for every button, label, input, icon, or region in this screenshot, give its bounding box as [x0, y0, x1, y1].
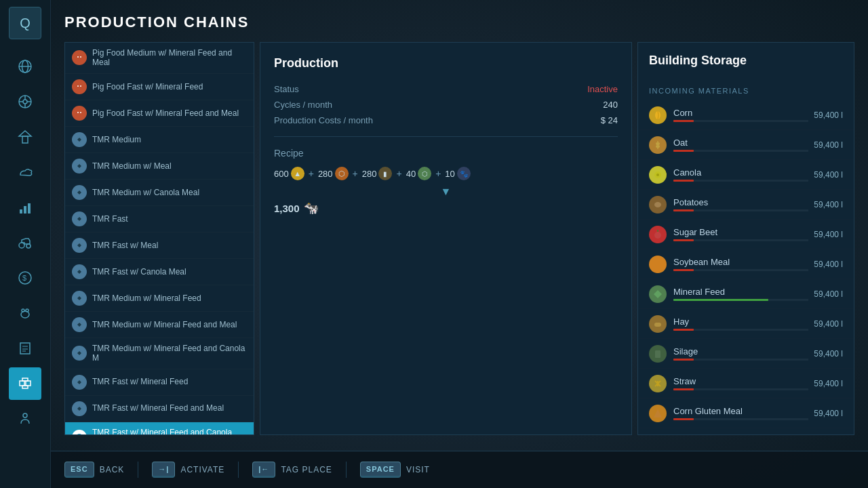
- chain-item-8[interactable]: TMR Fast w/ Meal: [65, 232, 254, 259]
- chain-item-12[interactable]: TMR Medium w/ Mineral Feed and Canola M: [65, 338, 254, 369]
- key-separator-1: [138, 462, 138, 478]
- storage-value-8: 59,400 l: [814, 319, 843, 329]
- storage-bar-6: [673, 269, 694, 271]
- output-icon: 🐄: [304, 201, 319, 216]
- storage-item-6: Soybean Meal59,400 l: [638, 249, 854, 279]
- storage-bar-container-3: [673, 180, 808, 182]
- sidebar-stats[interactable]: [9, 191, 41, 224]
- storage-bar-container-5: [673, 239, 808, 241]
- svg-marker-61: [654, 290, 662, 298]
- cycles-row: Cycles / month 240: [274, 100, 618, 110]
- sidebar-weather[interactable]: [9, 156, 41, 188]
- svg-rect-26: [26, 381, 31, 386]
- storage-bar-container-2: [673, 150, 808, 152]
- divider: [274, 136, 618, 137]
- storage-item-10: Straw59,400 l: [638, 369, 854, 399]
- cycles-value: 240: [603, 100, 618, 110]
- svg-point-33: [76, 83, 83, 90]
- chain-label-12: TMR Medium w/ Mineral Feed and Canola M: [92, 344, 247, 363]
- storage-name-1: Corn: [673, 108, 808, 118]
- storage-bar-container-8: [673, 329, 808, 331]
- incoming-label: INCOMING MATERIALS: [638, 87, 854, 95]
- sidebar-steering[interactable]: [9, 85, 41, 118]
- sidebar-globe[interactable]: [9, 50, 41, 83]
- chain-label-6: TMR Medium w/ Canola Meal: [92, 188, 199, 197]
- storage-icon-4: [649, 196, 667, 214]
- recipe-item-3: 280 ▮: [362, 167, 393, 180]
- storage-icon-12: [649, 434, 667, 435]
- svg-point-14: [19, 243, 24, 248]
- chain-item-13[interactable]: TMR Fast w/ Mineral Feed: [65, 369, 254, 396]
- storage-bar-9: [673, 359, 694, 361]
- chain-label-1: Pig Food Medium w/ Mineral Feed and Meal: [92, 48, 247, 68]
- sidebar-production[interactable]: [9, 367, 41, 400]
- storage-icon-7: [649, 285, 667, 303]
- storage-name-5: Sugar Beet: [673, 227, 808, 237]
- chain-item-7[interactable]: TMR Fast: [65, 206, 254, 232]
- sidebar: Q $: [0, 0, 51, 488]
- storage-info-1: Corn: [673, 108, 808, 122]
- storage-icon-3: [649, 166, 667, 184]
- svg-marker-60: [654, 260, 662, 268]
- storage-list: Corn59,400 lOat59,400 lCanola59,400 lPot…: [638, 100, 854, 434]
- storage-bar-2: [673, 150, 694, 152]
- chain-item-11[interactable]: TMR Medium w/ Mineral Feed and Meal: [65, 312, 254, 338]
- storage-bar-container-10: [673, 388, 808, 390]
- main-content: PRODUCTION CHAINS Pig Food Medium w/ Min…: [51, 0, 868, 488]
- chain-item-3[interactable]: Pig Food Fast w/ Mineral Feed and Meal: [65, 100, 254, 127]
- sidebar-money[interactable]: $: [9, 262, 41, 294]
- chain-item-10[interactable]: TMR Medium w/ Mineral Feed: [65, 285, 254, 312]
- storage-name-11: Corn Gluten Meal: [673, 406, 808, 416]
- storage-name-4: Potatoes: [673, 197, 808, 207]
- sidebar-tractor[interactable]: [9, 226, 41, 259]
- storage-value-5: 59,400 l: [814, 230, 843, 239]
- storage-item-8: Hay59,400 l: [638, 309, 854, 339]
- panels-container: Pig Food Medium w/ Mineral Feed and Meal…: [64, 42, 854, 435]
- svg-point-30: [76, 54, 83, 61]
- recipe-row: 600 ▲ + 280 ⬡ + 280 ▮ + 40 ⬡ +: [274, 167, 618, 180]
- svg-point-18: [21, 311, 29, 318]
- sidebar-animals[interactable]: [9, 297, 41, 329]
- sidebar-farm[interactable]: [9, 121, 41, 153]
- sidebar-misc[interactable]: [9, 403, 41, 435]
- chain-item-9[interactable]: TMR Fast w/ Canola Meal: [65, 259, 254, 285]
- svg-point-38: [80, 112, 81, 113]
- chain-icon-10: [72, 291, 87, 306]
- svg-point-4: [23, 100, 27, 104]
- storage-bar-1: [673, 120, 694, 122]
- chain-list-panel: Pig Food Medium w/ Mineral Feed and Meal…: [64, 42, 254, 435]
- silage-icon: ▮: [378, 167, 392, 180]
- key-separator-2: [238, 462, 239, 478]
- svg-point-53: [656, 142, 660, 145]
- svg-rect-21: [20, 343, 30, 354]
- sidebar-contracts[interactable]: [9, 332, 41, 365]
- chain-icon-11: [72, 317, 87, 332]
- chain-icon-15: [72, 430, 87, 435]
- storage-info-7: Mineral Feed: [673, 287, 808, 301]
- storage-info-11: Corn Gluten Meal: [673, 406, 808, 420]
- storage-item-1: Corn59,400 l: [638, 100, 854, 130]
- status-label: Status: [274, 84, 299, 94]
- storage-name-8: Hay: [673, 317, 808, 327]
- key-button-activate[interactable]: →|ACTIVATE: [152, 462, 224, 478]
- storage-value-9: 59,400 l: [814, 349, 843, 359]
- svg-point-35: [80, 85, 81, 87]
- chain-item-14[interactable]: TMR Fast w/ Mineral Feed and Meal: [65, 396, 254, 422]
- key-button-visit[interactable]: SPACEVISIT: [360, 462, 430, 478]
- chain-item-1[interactable]: Pig Food Medium w/ Mineral Feed and Meal: [65, 43, 254, 74]
- key-button-tag-place[interactable]: |←TAG PLACE: [252, 462, 332, 478]
- status-value: Inactive: [587, 84, 618, 94]
- q-button[interactable]: Q: [9, 7, 41, 39]
- svg-rect-12: [24, 206, 26, 214]
- chain-label-2: Pig Food Fast w/ Mineral Feed: [92, 82, 203, 92]
- chain-item-15[interactable]: TMR Fast w/ Mineral Feed and Canola Meal: [65, 422, 254, 435]
- recipe-item-2: 280 ⬡: [318, 167, 349, 180]
- chain-item-6[interactable]: TMR Medium w/ Canola Meal: [65, 180, 254, 206]
- chain-item-4[interactable]: TMR Medium: [65, 127, 254, 153]
- storage-bar-10: [673, 388, 694, 390]
- chain-item-2[interactable]: Pig Food Fast w/ Mineral Feed: [65, 74, 254, 100]
- chain-item-5[interactable]: TMR Medium w/ Meal: [65, 153, 254, 180]
- chain-icon-5: [72, 159, 87, 174]
- svg-point-29: [23, 413, 27, 418]
- key-button-back[interactable]: ESCBACK: [64, 462, 124, 478]
